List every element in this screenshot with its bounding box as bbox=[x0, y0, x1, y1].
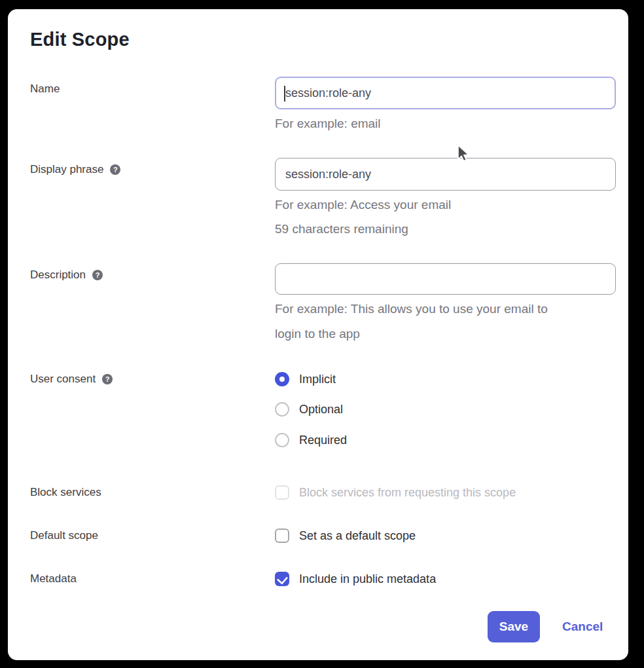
metadata-label-row: Metadata bbox=[30, 571, 77, 587]
help-icon[interactable]: ? bbox=[102, 374, 113, 384]
block-services-checkbox-row: Block services from requesting this scop… bbox=[275, 485, 516, 500]
display-phrase-helper-text: For example: Access your email bbox=[275, 196, 451, 214]
radio-label: Optional bbox=[299, 403, 343, 417]
edit-scope-dialog: Edit Scope Name For example: email Displ… bbox=[8, 9, 628, 660]
default-scope-checkbox-label: Set as a default scope bbox=[299, 529, 416, 543]
checkbox-unchecked-icon[interactable] bbox=[275, 529, 289, 543]
display-phrase-label-row: Display phrase ? bbox=[30, 162, 120, 177]
metadata-label: Metadata bbox=[30, 572, 77, 585]
dialog-actions: Save Cancel bbox=[488, 611, 603, 642]
radio-label: Implicit bbox=[299, 373, 336, 386]
name-helper-text: For example: email bbox=[275, 115, 381, 133]
block-services-checkbox-label: Block services from requesting this scop… bbox=[299, 486, 516, 500]
description-helper-text: For example: This allows you to use your… bbox=[275, 297, 548, 346]
description-label: Description bbox=[30, 269, 86, 282]
default-scope-label: Default scope bbox=[30, 529, 98, 542]
help-icon[interactable]: ? bbox=[92, 270, 103, 280]
save-button[interactable]: Save bbox=[488, 611, 540, 642]
help-icon[interactable]: ? bbox=[110, 164, 120, 175]
radio-selected-icon[interactable] bbox=[275, 372, 289, 386]
radio-option-implicit[interactable]: Implicit bbox=[275, 371, 336, 387]
metadata-checkbox-label: Include in public metadata bbox=[299, 572, 436, 586]
name-input[interactable] bbox=[275, 77, 616, 109]
description-helper-line1: For example: This allows you to use your… bbox=[275, 297, 548, 322]
metadata-checkbox-row[interactable]: Include in public metadata bbox=[275, 571, 436, 587]
description-input[interactable] bbox=[275, 263, 616, 295]
radio-option-optional[interactable]: Optional bbox=[275, 401, 343, 417]
description-label-row: Description ? bbox=[30, 267, 103, 283]
user-consent-label-row: User consent ? bbox=[30, 371, 113, 387]
cancel-button[interactable]: Cancel bbox=[562, 620, 603, 634]
radio-option-required[interactable]: Required bbox=[275, 432, 347, 448]
radio-unselected-icon[interactable] bbox=[275, 402, 289, 417]
dialog-title: Edit Scope bbox=[30, 29, 130, 50]
default-scope-checkbox-row[interactable]: Set as a default scope bbox=[275, 528, 416, 544]
display-phrase-label: Display phrase bbox=[30, 163, 103, 176]
block-services-label: Block services bbox=[30, 486, 101, 499]
characters-remaining-text: 59 characters remaining bbox=[275, 220, 408, 238]
name-label-row: Name bbox=[30, 81, 60, 97]
radio-unselected-icon[interactable] bbox=[275, 433, 289, 447]
default-scope-label-row: Default scope bbox=[30, 528, 98, 544]
block-services-label-row: Block services bbox=[30, 485, 101, 500]
text-caret bbox=[284, 86, 285, 102]
user-consent-label: User consent bbox=[30, 373, 96, 386]
description-helper-line2: login to the app bbox=[275, 322, 548, 346]
checkbox-disabled-icon bbox=[275, 485, 289, 500]
checkbox-checked-icon[interactable] bbox=[275, 572, 289, 586]
display-phrase-input[interactable] bbox=[275, 158, 616, 191]
radio-label: Required bbox=[299, 434, 347, 447]
name-label: Name bbox=[30, 83, 60, 96]
